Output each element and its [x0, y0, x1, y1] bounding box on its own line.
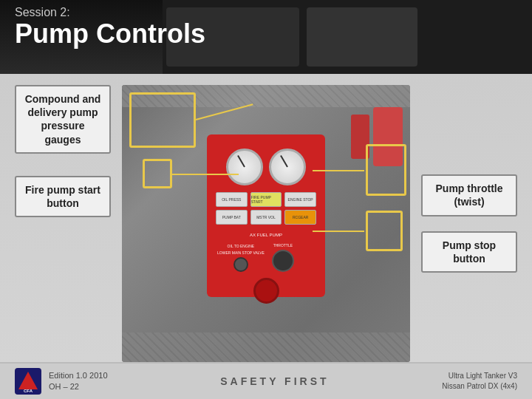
connector-stop — [313, 231, 364, 232]
engine-stop-btn[interactable]: ENGINE STOP — [284, 192, 316, 207]
edition-text: Edition 1.0 2010 — [49, 370, 108, 381]
pump-bat-btn[interactable]: PUMP BAT — [216, 210, 248, 225]
oil-pressure-btn[interactable]: OIL PRESS — [216, 192, 248, 207]
control-panel-red: OIL PRESS FIRE PUMP START ENGINE STOP PU… — [207, 134, 325, 297]
panel-buttons-grid: OIL PRESS FIRE PUMP START ENGINE STOP PU… — [213, 189, 319, 228]
course-code: OH – 22 — [49, 381, 108, 392]
fire-pump-start-btn[interactable]: FIRE PUMP START — [250, 192, 282, 207]
pump-panel-visual: OIL PRESS FIRE PUMP START ENGINE STOP PU… — [122, 85, 410, 362]
label-fire-pump-start: Fire pump start button — [15, 176, 111, 217]
cfa-logo-svg: CFA — [16, 369, 41, 394]
right-labels: Pump throttle (twist) Pump stop button — [421, 85, 517, 362]
truck-background-images — [163, 0, 532, 74]
vehicle-model: Nissan Patrol DX (4x4) — [442, 381, 517, 392]
callout-gauges — [129, 92, 196, 148]
pump-panel-image: OIL PRESS FIRE PUMP START ENGINE STOP PU… — [122, 85, 410, 362]
gauge-compound — [226, 149, 263, 185]
connector-start — [172, 174, 239, 175]
label-pump-throttle: Pump throttle (twist) — [421, 174, 517, 216]
callout-stop — [366, 211, 403, 251]
content-body: Compound and delivery pump pressure gaug… — [0, 74, 532, 362]
footer-left: CFA Edition 1.0 2010 OH – 22 — [15, 368, 108, 395]
page-title: Pump Controls — [15, 21, 205, 47]
callout-throttle — [366, 144, 406, 196]
cfa-logo: CFA — [15, 368, 41, 395]
header: Session 2: Pump Controls — [15, 6, 205, 47]
vehicle-info: Ultra Light Tanker V3 — [442, 371, 517, 381]
connector-throttle — [313, 170, 364, 171]
throttle-knob[interactable] — [272, 250, 294, 272]
gauge-area — [226, 149, 306, 185]
left-labels: Compound and delivery pump pressure gaug… — [15, 85, 111, 362]
label-compound-delivery: Compound and delivery pump pressure gaug… — [15, 85, 111, 154]
master-volume-btn[interactable]: MSTR VOL — [250, 210, 282, 225]
footer-safety-first: SAFETY FIRST — [220, 375, 329, 387]
footer-edition: Edition 1.0 2010 OH – 22 — [49, 370, 108, 393]
footer: CFA Edition 1.0 2010 OH – 22 SAFETY FIRS… — [0, 362, 532, 399]
gauge-delivery — [269, 149, 306, 185]
rcgear-btn[interactable]: RCGEAR — [284, 210, 316, 225]
lower-valve-knob[interactable] — [233, 257, 248, 272]
label-pump-stop: Pump stop button — [421, 231, 517, 273]
callout-start-button — [143, 159, 172, 188]
truck-image-2 — [307, 7, 417, 66]
session-label: Session 2: — [15, 6, 205, 19]
footer-right: Ultra Light Tanker V3 Nissan Patrol DX (… — [442, 371, 517, 392]
pump-stop-button-visual[interactable] — [253, 278, 279, 304]
main-content: Compound and delivery pump pressure gaug… — [0, 74, 532, 399]
panel-bottom: AX FUEL PUMP OIL TO ENGINE LOWER MAIN ST… — [213, 231, 319, 305]
svg-text:CFA: CFA — [24, 389, 33, 393]
